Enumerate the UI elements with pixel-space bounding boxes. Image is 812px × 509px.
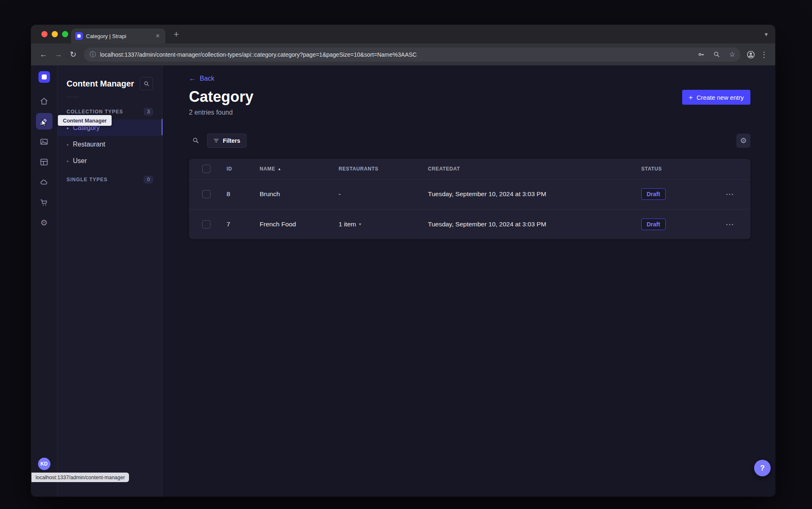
cell-status: Draft (641, 218, 725, 230)
mouse-cursor (40, 119, 48, 129)
page-header-text: Category 2 entries found (189, 89, 253, 116)
reload-button[interactable]: ↻ (67, 48, 80, 61)
create-new-entry-button[interactable]: + Create new entry (682, 90, 750, 105)
sidebar-item-user[interactable]: • User (57, 153, 162, 169)
close-window-button[interactable] (41, 31, 48, 37)
cell-createdat: Tuesday, September 10, 2024 at 3:03 PM (428, 190, 641, 198)
cell-id: 8 (227, 190, 260, 198)
browser-profile-icon[interactable] (745, 48, 757, 61)
column-header-id[interactable]: ID (227, 166, 260, 172)
status-badge: Draft (641, 188, 666, 200)
cell-name: Brunch (260, 190, 339, 198)
column-header-status[interactable]: STATUS (641, 166, 725, 172)
cell-name: French Food (260, 221, 339, 228)
sort-asc-icon: ▲ (278, 167, 282, 171)
sidebar-item-restaurant[interactable]: • Restaurant (57, 136, 162, 153)
collection-types-label: COLLECTION TYPES (67, 109, 123, 115)
url-text: localhost:1337/admin/content-manager/col… (100, 51, 691, 58)
sidebar-divider (67, 97, 79, 97)
browser-menu-icon[interactable]: ⋮ (759, 48, 769, 61)
sidebar-item-label: User (73, 157, 87, 165)
page-title: Category (189, 89, 253, 105)
sidebar-title: Content Manager (67, 79, 134, 89)
tab-close-icon[interactable]: × (154, 32, 161, 40)
tab-title: Category | Strapi (86, 33, 151, 39)
table-row[interactable]: 7 French Food 1 item ▾ Tuesday, Septembe… (189, 209, 750, 239)
site-info-icon[interactable]: ⓘ (90, 50, 96, 58)
filters-label: Filters (223, 137, 240, 144)
bullet-icon: • (67, 141, 69, 148)
back-link[interactable]: ← Back (189, 74, 215, 83)
row-checkbox[interactable] (202, 220, 210, 228)
media-library-icon[interactable] (36, 133, 53, 150)
bookmark-star-icon[interactable]: ☆ (726, 49, 738, 60)
row-checkbox[interactable] (202, 190, 210, 198)
link-preview-status-bar: localhost:1337/admin/content-manager (31, 473, 129, 482)
create-new-entry-label: Create new entry (697, 94, 744, 101)
single-types-count-badge: 0 (144, 176, 153, 183)
marketplace-cart-icon[interactable] (36, 194, 53, 211)
cell-createdat: Tuesday, September 10, 2024 at 3:03 PM (428, 221, 641, 228)
table-header-row: ID NAME ▲ RESTAURANTS CREATEDAT (189, 159, 750, 180)
tab-strip: Category | Strapi × + ▾ (31, 25, 775, 43)
traffic-lights (41, 31, 68, 37)
strapi-app: ⚙ KD Content Manager COLLECTION TYPES 3 (31, 65, 775, 497)
minimize-window-button[interactable] (52, 31, 58, 37)
new-tab-button[interactable]: + (170, 29, 182, 40)
browser-window: Category | Strapi × + ▾ ← → ↻ ⓘ localhos… (31, 25, 775, 497)
column-header-name[interactable]: NAME ▲ (260, 166, 339, 172)
back-label: Back (200, 75, 215, 82)
search-icon[interactable] (189, 134, 202, 147)
forward-button[interactable]: → (52, 48, 65, 61)
address-bar[interactable]: ⓘ localhost:1337/admin/content-manager/c… (84, 48, 740, 62)
cell-status: Draft (641, 188, 725, 200)
row-actions-menu-icon[interactable]: ⋯ (725, 218, 735, 230)
cell-id: 7 (227, 221, 260, 228)
content-manager-sidebar: Content Manager COLLECTION TYPES 3 • Cat… (57, 65, 162, 497)
collection-types-section: COLLECTION TYPES 3 (57, 108, 162, 115)
user-avatar[interactable]: KD (38, 458, 50, 470)
collection-types-count-badge: 3 (144, 108, 153, 115)
browser-tab[interactable]: Category | Strapi × (71, 29, 165, 43)
desktop: Category | Strapi × + ▾ ← → ↻ ⓘ localhos… (0, 0, 812, 509)
help-button[interactable]: ? (754, 460, 771, 476)
content-manager-tooltip: Content Manager (58, 115, 112, 126)
zoom-icon[interactable] (711, 49, 722, 60)
back-button[interactable]: ← (37, 48, 50, 61)
main-content: ← Back Category 2 entries found + Create… (162, 65, 775, 497)
tab-search-chevron-icon[interactable]: ▾ (764, 31, 768, 38)
status-badge: Draft (641, 218, 666, 230)
sidebar-item-label: Restaurant (73, 141, 105, 148)
sidebar-header: Content Manager (57, 77, 162, 90)
cell-restaurants: - (339, 190, 428, 198)
content-type-builder-icon[interactable] (36, 154, 53, 170)
entries-count: 2 entries found (189, 109, 253, 116)
deploy-cloud-icon[interactable] (36, 174, 53, 190)
filters-button[interactable]: Filters (207, 134, 246, 148)
strapi-favicon (75, 32, 83, 40)
settings-gear-icon[interactable]: ⚙ (36, 214, 53, 231)
back-arrow-icon: ← (189, 74, 196, 83)
browser-toolbar: ← → ↻ ⓘ localhost:1337/admin/content-man… (31, 43, 775, 65)
single-types-label: SINGLE TYPES (67, 177, 107, 182)
view-settings-gear-icon[interactable]: ⚙ (736, 134, 750, 148)
strapi-logo[interactable] (38, 71, 50, 83)
filter-icon (213, 138, 219, 144)
single-types-section: SINGLE TYPES 0 (57, 176, 162, 183)
home-icon[interactable] (36, 93, 53, 109)
entries-table: ID NAME ▲ RESTAURANTS CREATEDAT (189, 159, 750, 239)
plus-icon: + (689, 94, 693, 101)
column-header-restaurants[interactable]: RESTAURANTS (339, 166, 428, 172)
list-toolbar: Filters ⚙ (189, 134, 750, 148)
select-all-checkbox[interactable] (202, 165, 210, 173)
password-key-icon[interactable] (695, 49, 707, 60)
page-header: Category 2 entries found + Create new en… (189, 89, 750, 116)
row-actions-menu-icon[interactable]: ⋯ (725, 188, 735, 200)
column-header-createdat[interactable]: CREATEDAT (428, 166, 641, 172)
table-row[interactable]: 8 Brunch - Tuesday, September 10, 2024 a… (189, 180, 750, 209)
nav-rail: ⚙ KD (31, 65, 57, 497)
fullscreen-window-button[interactable] (62, 31, 68, 37)
sidebar-search-button[interactable] (140, 77, 153, 90)
bullet-icon: • (67, 158, 69, 165)
cell-restaurants[interactable]: 1 item ▾ (339, 221, 428, 228)
